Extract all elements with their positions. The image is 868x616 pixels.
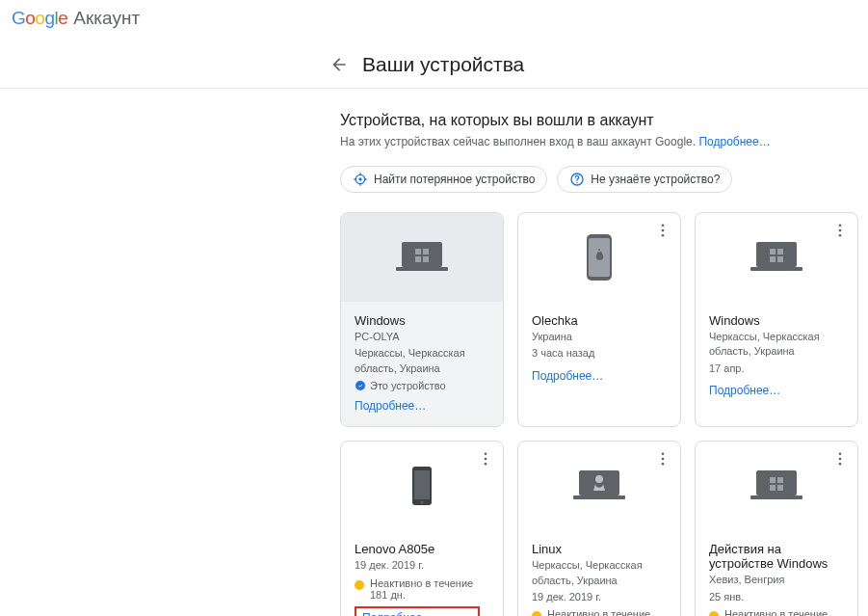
svg-rect-8 bbox=[415, 256, 421, 262]
this-device-indicator: Это устройство bbox=[355, 380, 489, 391]
svg-rect-27 bbox=[414, 470, 430, 499]
svg-rect-40 bbox=[770, 477, 776, 483]
windows-laptop-icon bbox=[396, 240, 448, 275]
device-card[interactable]: OlechkaУкраина3 часа назадПодробнее… bbox=[517, 212, 681, 427]
svg-rect-5 bbox=[396, 267, 448, 271]
svg-rect-7 bbox=[423, 249, 429, 254]
device-card[interactable]: Lenovo A805e19 дек. 2019 г.Неактивно в т… bbox=[340, 441, 504, 616]
device-activity: 3 часа назад bbox=[532, 346, 667, 361]
device-menu-button[interactable] bbox=[474, 447, 497, 470]
svg-rect-6 bbox=[415, 249, 421, 254]
svg-point-25 bbox=[839, 234, 842, 237]
device-card-top bbox=[518, 442, 680, 530]
iphone-icon bbox=[586, 233, 613, 281]
arrow-left-icon bbox=[329, 55, 349, 74]
device-menu-button[interactable] bbox=[829, 447, 852, 470]
device-card-body: WindowsЧеркассы, Черкасская область, Укр… bbox=[696, 302, 857, 426]
inactive-indicator: Неактивно в течение 144 дн. bbox=[709, 608, 844, 616]
svg-rect-39 bbox=[750, 495, 802, 499]
svg-point-44 bbox=[839, 453, 842, 456]
inactive-indicator: Неактивно в течение 181 дн. bbox=[532, 608, 667, 616]
svg-point-23 bbox=[839, 224, 842, 227]
svg-rect-9 bbox=[423, 256, 429, 262]
windows-laptop-icon bbox=[750, 469, 802, 503]
highlighted-more-box: Подробнее… bbox=[355, 606, 480, 616]
svg-rect-17 bbox=[756, 242, 797, 267]
device-activity: 19 дек. 2019 г. bbox=[532, 590, 667, 604]
unrecognized-device-chip[interactable]: Не узнаёте устройство? bbox=[557, 166, 732, 193]
device-card-body: Lenovo A805e19 дек. 2019 г.Неактивно в т… bbox=[341, 530, 503, 616]
svg-point-46 bbox=[839, 463, 842, 466]
svg-rect-22 bbox=[777, 256, 783, 262]
warning-dot-icon bbox=[709, 611, 719, 616]
more-vert-icon bbox=[831, 450, 849, 468]
device-card-body: WindowsPC-OLYAЧеркассы, Черкасская облас… bbox=[341, 302, 503, 426]
svg-rect-42 bbox=[770, 485, 776, 491]
device-location: Черкассы, Черкасская область, Украина bbox=[532, 558, 667, 588]
section-description: На этих устройствах сейчас выполнен вход… bbox=[340, 135, 860, 148]
device-location: Черкассы, Черкасская область, Украина bbox=[355, 346, 489, 376]
device-card[interactable]: LinuxЧеркассы, Черкасская область, Украи… bbox=[517, 441, 681, 616]
svg-rect-21 bbox=[770, 256, 776, 262]
device-location: Хевиз, Венгрия bbox=[709, 573, 844, 587]
device-more-link[interactable]: Подробнее… bbox=[362, 611, 434, 616]
svg-point-37 bbox=[662, 463, 665, 466]
device-activity: 17 апр. bbox=[709, 362, 844, 376]
product-label: Аккаунт bbox=[73, 8, 140, 29]
svg-point-45 bbox=[839, 458, 842, 461]
svg-rect-41 bbox=[777, 477, 783, 483]
device-activity: 25 янв. bbox=[709, 590, 844, 604]
help-icon bbox=[569, 172, 585, 187]
svg-rect-38 bbox=[756, 470, 797, 495]
device-card[interactable]: WindowsPC-OLYAЧеркассы, Черкасская облас… bbox=[340, 212, 504, 427]
more-vert-icon bbox=[654, 222, 671, 239]
more-vert-icon bbox=[831, 222, 849, 239]
device-card[interactable]: WindowsЧеркассы, Черкасская область, Укр… bbox=[695, 212, 858, 427]
android-phone-icon bbox=[411, 466, 433, 506]
section-title: Устройства, на которых вы вошли в аккаун… bbox=[340, 112, 860, 129]
device-menu-button[interactable] bbox=[651, 219, 674, 242]
main-content: Устройства, на которых вы вошли в аккаун… bbox=[332, 89, 868, 616]
section-more-link[interactable]: Подробнее… bbox=[698, 135, 770, 148]
device-more-link[interactable]: Подробнее… bbox=[355, 399, 426, 413]
device-name: Lenovo A805e bbox=[355, 542, 489, 556]
target-icon bbox=[353, 172, 368, 187]
device-more-link[interactable]: Подробнее… bbox=[532, 369, 603, 383]
warning-dot-icon bbox=[355, 580, 364, 590]
find-device-chip[interactable]: Найти потерянное устройство bbox=[340, 166, 547, 193]
device-menu-button[interactable] bbox=[651, 447, 674, 470]
top-bar: Google Аккаунт bbox=[0, 0, 868, 38]
svg-point-3 bbox=[577, 182, 578, 183]
find-device-label: Найти потерянное устройство bbox=[374, 173, 535, 186]
page-header: Ваши устройства bbox=[0, 38, 868, 89]
inactive-text: Неактивно в течение 181 дн. bbox=[547, 608, 667, 616]
device-card-top bbox=[696, 213, 857, 302]
device-card[interactable]: Действия на устройстве WindowsХевиз, Вен… bbox=[695, 441, 858, 616]
device-location: Черкассы, Черкасская область, Украина bbox=[709, 330, 844, 360]
svg-point-34 bbox=[595, 475, 603, 483]
back-button[interactable] bbox=[328, 53, 351, 76]
svg-point-13 bbox=[598, 249, 600, 251]
svg-point-24 bbox=[839, 229, 842, 232]
svg-point-16 bbox=[662, 234, 665, 237]
device-card-body: LinuxЧеркассы, Черкасская область, Украи… bbox=[518, 530, 680, 616]
inactive-text: Неактивно в течение 181 дн. bbox=[370, 577, 489, 601]
svg-point-15 bbox=[662, 229, 665, 232]
device-subtitle: PC-OLYA bbox=[355, 330, 489, 344]
svg-point-30 bbox=[485, 458, 487, 461]
linux-laptop-icon bbox=[573, 469, 625, 503]
svg-rect-33 bbox=[573, 495, 625, 499]
svg-point-29 bbox=[485, 453, 487, 456]
svg-point-36 bbox=[662, 458, 665, 461]
svg-point-31 bbox=[485, 463, 487, 466]
svg-point-28 bbox=[421, 501, 424, 504]
device-name: Действия на устройстве Windows bbox=[709, 542, 844, 571]
device-name: Linux bbox=[532, 542, 667, 556]
device-card-body: OlechkaУкраина3 часа назадПодробнее… bbox=[518, 302, 680, 426]
svg-rect-4 bbox=[402, 242, 442, 267]
device-name: Windows bbox=[355, 313, 489, 328]
google-logo: Google bbox=[12, 8, 67, 29]
device-more-link[interactable]: Подробнее… bbox=[709, 384, 780, 397]
device-grid: WindowsPC-OLYAЧеркассы, Черкасская облас… bbox=[340, 212, 860, 616]
device-menu-button[interactable] bbox=[829, 219, 852, 242]
